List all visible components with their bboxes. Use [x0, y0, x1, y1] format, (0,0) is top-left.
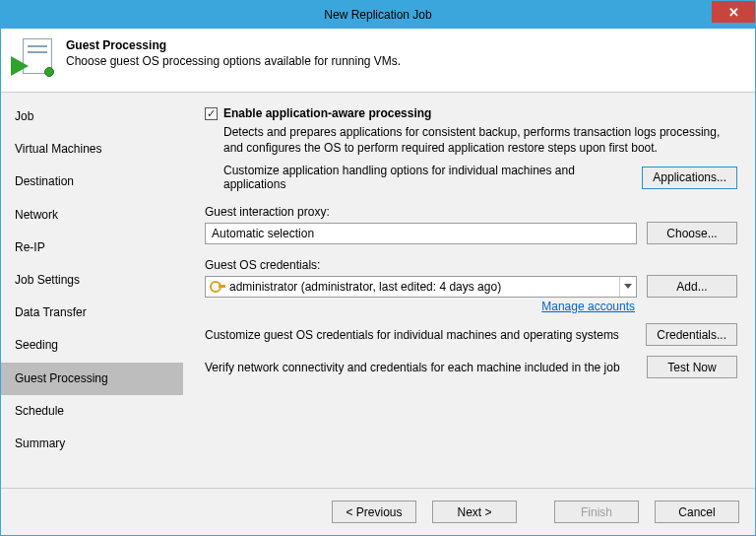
wizard-body: Job Virtual Machines Destination Network…	[1, 93, 755, 488]
sidebar-item-job-settings[interactable]: Job Settings	[1, 264, 183, 297]
wizard-window: New Replication Job ✕ Guest Processing C…	[0, 0, 756, 536]
manage-accounts-link[interactable]: Manage accounts	[541, 300, 635, 313]
verify-line: Verify network connectivity and credenti…	[205, 356, 737, 378]
page-title: Guest Processing	[66, 38, 401, 52]
verify-text: Verify network connectivity and credenti…	[205, 361, 637, 374]
customize-creds-line: Customize guest OS credentials for indiv…	[205, 323, 737, 346]
page-subtitle: Choose guest OS processing options avail…	[66, 54, 401, 68]
add-button[interactable]: Add...	[647, 275, 737, 298]
credentials-button[interactable]: Credentials...	[646, 323, 737, 346]
applications-button[interactable]: Applications...	[642, 167, 737, 189]
proxy-input[interactable]: Automatic selection	[205, 223, 637, 244]
close-icon: ✕	[728, 5, 739, 20]
customize-creds-text: Customize guest OS credentials for indiv…	[205, 328, 636, 342]
customize-apps-text: Customize application handling options f…	[223, 164, 632, 191]
sidebar-item-re-ip[interactable]: Re-IP	[1, 232, 183, 264]
sidebar-item-virtual-machines[interactable]: Virtual Machines	[1, 133, 183, 166]
sidebar-item-destination[interactable]: Destination	[1, 166, 183, 198]
customize-apps-line: Customize application handling options f…	[223, 164, 737, 191]
previous-button[interactable]: < Previous	[332, 501, 416, 523]
window-title: New Replication Job	[324, 8, 431, 22]
manage-accounts-row: Manage accounts	[205, 300, 737, 313]
guest-processing-icon	[15, 38, 56, 80]
creds-select[interactable]: administrator (administrator, last edite…	[205, 276, 637, 298]
close-button[interactable]: ✕	[712, 1, 755, 23]
choose-button[interactable]: Choose...	[647, 222, 737, 244]
wizard-sidebar: Job Virtual Machines Destination Network…	[1, 93, 183, 488]
creds-label: Guest OS credentials:	[205, 258, 737, 272]
test-now-button[interactable]: Test Now	[647, 356, 737, 378]
finish-button: Finish	[554, 501, 639, 523]
chevron-down-icon[interactable]	[619, 277, 636, 297]
wizard-footer: < Previous Next > Finish Cancel	[1, 488, 755, 535]
proxy-row: Automatic selection Choose...	[205, 222, 737, 244]
sidebar-item-summary[interactable]: Summary	[1, 428, 183, 460]
cancel-button[interactable]: Cancel	[655, 501, 739, 523]
wizard-main: ✓ Enable application-aware processing De…	[183, 93, 755, 488]
wizard-header: Guest Processing Choose guest OS process…	[1, 29, 755, 93]
creds-row: administrator (administrator, last edite…	[205, 275, 737, 298]
titlebar: New Replication Job ✕	[1, 1, 755, 29]
sidebar-item-job[interactable]: Job	[1, 100, 183, 133]
sidebar-item-guest-processing[interactable]: Guest Processing	[1, 363, 183, 395]
key-icon	[210, 279, 225, 295]
header-texts: Guest Processing Choose guest OS process…	[66, 38, 401, 68]
proxy-label: Guest interaction proxy:	[205, 205, 737, 219]
sidebar-item-seeding[interactable]: Seeding	[1, 329, 183, 362]
next-button[interactable]: Next >	[432, 501, 517, 523]
enable-processing-description: Detects and prepares applications for co…	[223, 124, 737, 156]
enable-processing-label: Enable application-aware processing	[223, 106, 431, 120]
sidebar-item-data-transfer[interactable]: Data Transfer	[1, 297, 183, 329]
enable-processing-checkbox[interactable]: ✓	[205, 107, 218, 120]
enable-processing-row: ✓ Enable application-aware processing	[205, 106, 737, 120]
sidebar-item-schedule[interactable]: Schedule	[1, 395, 183, 428]
creds-value: administrator (administrator, last edite…	[229, 280, 619, 294]
sidebar-item-network[interactable]: Network	[1, 199, 183, 232]
